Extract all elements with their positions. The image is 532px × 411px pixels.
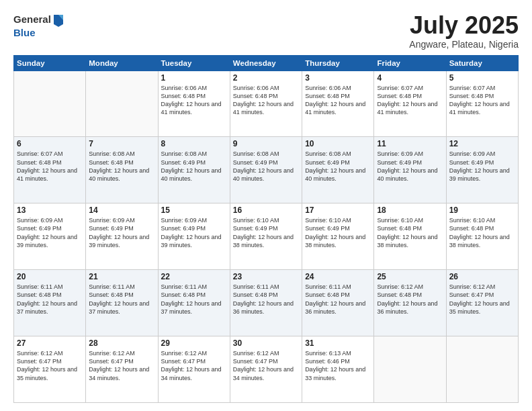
day-number: 29 (161, 338, 227, 348)
day-number: 7 (89, 139, 154, 148)
calendar-week-row: 13Sunrise: 6:09 AM Sunset: 6:49 PM Dayli… (14, 203, 519, 270)
day-info: Sunrise: 6:08 AM Sunset: 6:48 PM Dayligh… (89, 150, 154, 183)
table-row: 28Sunrise: 6:12 AM Sunset: 6:47 PM Dayli… (86, 336, 158, 403)
table-row: 29Sunrise: 6:12 AM Sunset: 6:47 PM Dayli… (158, 336, 230, 403)
day-info: Sunrise: 6:11 AM Sunset: 6:48 PM Dayligh… (161, 283, 227, 316)
day-number: 27 (17, 338, 83, 348)
table-row: 11Sunrise: 6:09 AM Sunset: 6:49 PM Dayli… (374, 137, 446, 203)
day-info: Sunrise: 6:10 AM Sunset: 6:48 PM Dayligh… (449, 216, 515, 249)
logo: General Blue (13, 12, 64, 39)
day-info: Sunrise: 6:12 AM Sunset: 6:48 PM Dayligh… (377, 283, 443, 316)
day-info: Sunrise: 6:07 AM Sunset: 6:48 PM Dayligh… (17, 150, 83, 183)
header: General Blue July 2025 Angware, Plateau,… (13, 12, 519, 50)
day-info: Sunrise: 6:10 AM Sunset: 6:49 PM Dayligh… (233, 216, 299, 249)
day-info: Sunrise: 6:09 AM Sunset: 6:49 PM Dayligh… (89, 216, 154, 249)
day-info: Sunrise: 6:11 AM Sunset: 6:48 PM Dayligh… (89, 283, 154, 316)
table-row: 10Sunrise: 6:08 AM Sunset: 6:49 PM Dayli… (302, 137, 374, 203)
day-number: 5 (449, 73, 515, 83)
day-info: Sunrise: 6:12 AM Sunset: 6:47 PM Dayligh… (17, 349, 83, 382)
table-row: 1Sunrise: 6:06 AM Sunset: 6:48 PM Daylig… (158, 71, 230, 137)
table-row: 5Sunrise: 6:07 AM Sunset: 6:48 PM Daylig… (446, 71, 518, 137)
day-info: Sunrise: 6:09 AM Sunset: 6:49 PM Dayligh… (17, 216, 83, 249)
day-number: 19 (449, 205, 515, 215)
day-number: 22 (161, 272, 227, 281)
day-info: Sunrise: 6:12 AM Sunset: 6:47 PM Dayligh… (89, 349, 154, 382)
table-row: 17Sunrise: 6:10 AM Sunset: 6:49 PM Dayli… (302, 203, 374, 270)
title-location: Angware, Plateau, Nigeria (409, 39, 519, 50)
col-friday: Friday (374, 55, 446, 71)
day-number: 28 (89, 338, 154, 348)
day-number: 2 (233, 73, 299, 83)
day-number: 18 (377, 205, 443, 215)
day-info: Sunrise: 6:11 AM Sunset: 6:48 PM Dayligh… (233, 283, 299, 316)
day-number: 24 (305, 272, 371, 281)
table-row: 12Sunrise: 6:09 AM Sunset: 6:49 PM Dayli… (446, 137, 518, 203)
table-row: 8Sunrise: 6:08 AM Sunset: 6:49 PM Daylig… (158, 137, 230, 203)
day-number: 4 (377, 73, 443, 83)
day-info: Sunrise: 6:08 AM Sunset: 6:49 PM Dayligh… (305, 150, 371, 183)
calendar-week-row: 1Sunrise: 6:06 AM Sunset: 6:48 PM Daylig… (14, 71, 519, 137)
day-number: 6 (17, 139, 83, 148)
table-row (86, 71, 158, 137)
table-row: 27Sunrise: 6:12 AM Sunset: 6:47 PM Dayli… (14, 336, 86, 403)
day-number: 8 (161, 139, 227, 148)
table-row: 21Sunrise: 6:11 AM Sunset: 6:48 PM Dayli… (86, 270, 158, 336)
table-row: 20Sunrise: 6:11 AM Sunset: 6:48 PM Dayli… (14, 270, 86, 336)
calendar-table: Sunday Monday Tuesday Wednesday Thursday… (13, 55, 519, 403)
day-number: 25 (377, 272, 443, 281)
day-number: 10 (305, 139, 371, 148)
day-number: 30 (233, 338, 299, 348)
day-info: Sunrise: 6:13 AM Sunset: 6:46 PM Dayligh… (305, 349, 371, 382)
day-info: Sunrise: 6:06 AM Sunset: 6:48 PM Dayligh… (233, 84, 299, 117)
day-info: Sunrise: 6:11 AM Sunset: 6:48 PM Dayligh… (305, 283, 371, 316)
day-number: 13 (17, 205, 83, 215)
day-info: Sunrise: 6:09 AM Sunset: 6:49 PM Dayligh… (161, 216, 227, 249)
day-number: 1 (161, 73, 227, 83)
day-info: Sunrise: 6:09 AM Sunset: 6:49 PM Dayligh… (449, 150, 515, 183)
day-number: 3 (305, 73, 371, 83)
day-number: 17 (305, 205, 371, 215)
calendar-week-row: 6Sunrise: 6:07 AM Sunset: 6:48 PM Daylig… (14, 137, 519, 203)
table-row: 24Sunrise: 6:11 AM Sunset: 6:48 PM Dayli… (302, 270, 374, 336)
day-number: 23 (233, 272, 299, 281)
table-row: 2Sunrise: 6:06 AM Sunset: 6:48 PM Daylig… (230, 71, 302, 137)
col-tuesday: Tuesday (158, 55, 230, 71)
logo-blue: Blue (13, 27, 64, 39)
day-number: 14 (89, 205, 154, 215)
page: General Blue July 2025 Angware, Plateau,… (0, 0, 532, 411)
day-info: Sunrise: 6:09 AM Sunset: 6:49 PM Dayligh… (377, 150, 443, 183)
col-sunday: Sunday (14, 55, 86, 71)
table-row: 31Sunrise: 6:13 AM Sunset: 6:46 PM Dayli… (302, 336, 374, 403)
day-number: 12 (449, 139, 515, 148)
calendar-week-row: 20Sunrise: 6:11 AM Sunset: 6:48 PM Dayli… (14, 270, 519, 336)
day-info: Sunrise: 6:07 AM Sunset: 6:48 PM Dayligh… (449, 84, 515, 117)
day-info: Sunrise: 6:08 AM Sunset: 6:49 PM Dayligh… (161, 150, 227, 183)
day-number: 11 (377, 139, 443, 148)
title-month: July 2025 (409, 12, 519, 39)
day-number: 20 (17, 272, 83, 281)
logo-icon (52, 12, 64, 27)
day-info: Sunrise: 6:10 AM Sunset: 6:48 PM Dayligh… (377, 216, 443, 249)
col-saturday: Saturday (446, 55, 518, 71)
col-wednesday: Wednesday (230, 55, 302, 71)
table-row: 9Sunrise: 6:08 AM Sunset: 6:49 PM Daylig… (230, 137, 302, 203)
table-row: 4Sunrise: 6:07 AM Sunset: 6:48 PM Daylig… (374, 71, 446, 137)
title-block: July 2025 Angware, Plateau, Nigeria (409, 12, 519, 50)
day-info: Sunrise: 6:06 AM Sunset: 6:48 PM Dayligh… (161, 84, 227, 117)
table-row: 22Sunrise: 6:11 AM Sunset: 6:48 PM Dayli… (158, 270, 230, 336)
day-info: Sunrise: 6:12 AM Sunset: 6:47 PM Dayligh… (161, 349, 227, 382)
day-number: 9 (233, 139, 299, 148)
logo-general: General (13, 13, 51, 26)
day-number: 15 (161, 205, 227, 215)
table-row: 15Sunrise: 6:09 AM Sunset: 6:49 PM Dayli… (158, 203, 230, 270)
table-row: 16Sunrise: 6:10 AM Sunset: 6:49 PM Dayli… (230, 203, 302, 270)
calendar-week-row: 27Sunrise: 6:12 AM Sunset: 6:47 PM Dayli… (14, 336, 519, 403)
day-info: Sunrise: 6:11 AM Sunset: 6:48 PM Dayligh… (17, 283, 83, 316)
table-row: 14Sunrise: 6:09 AM Sunset: 6:49 PM Dayli… (86, 203, 158, 270)
day-info: Sunrise: 6:08 AM Sunset: 6:49 PM Dayligh… (233, 150, 299, 183)
day-info: Sunrise: 6:06 AM Sunset: 6:48 PM Dayligh… (305, 84, 371, 117)
day-number: 16 (233, 205, 299, 215)
col-thursday: Thursday (302, 55, 374, 71)
table-row: 19Sunrise: 6:10 AM Sunset: 6:48 PM Dayli… (446, 203, 518, 270)
table-row (14, 71, 86, 137)
